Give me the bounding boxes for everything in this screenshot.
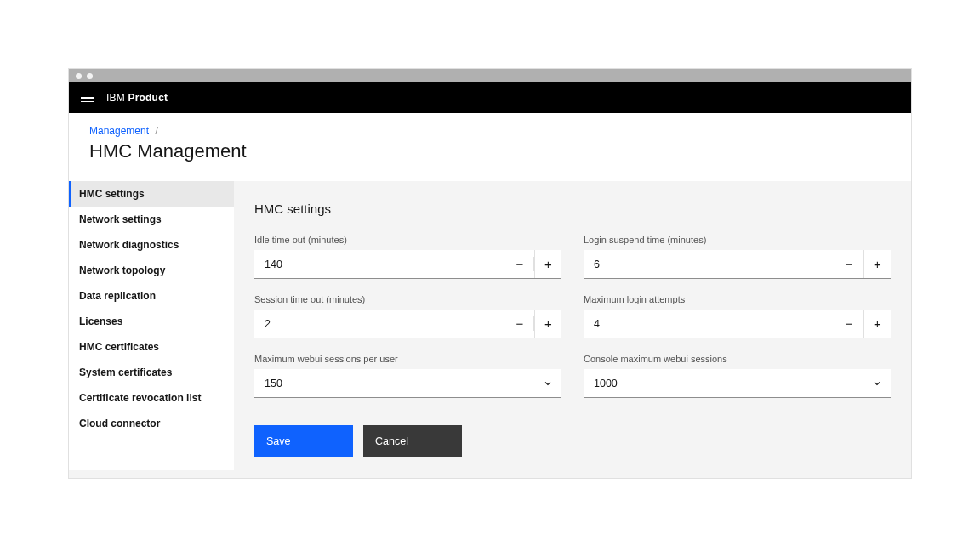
session-timeout-input[interactable]: [254, 310, 506, 338]
chevron-down-icon: [863, 369, 891, 397]
page-header: Management / HMC Management: [69, 113, 911, 181]
sidebar-item-cloud-connector[interactable]: Cloud connector: [69, 411, 234, 436]
sidebar-item-network-topology[interactable]: Network topology: [69, 258, 234, 283]
label-max-webui-user: Maximum webui sessions per user: [254, 354, 561, 364]
breadcrumb-separator: /: [155, 125, 157, 137]
field-session-timeout: Session time out (minutes) − +: [254, 294, 561, 338]
increment-button[interactable]: +: [863, 250, 891, 278]
sidebar: HMC settings Network settings Network di…: [69, 181, 234, 470]
chevron-down-icon: [534, 369, 561, 397]
window-titlebar: [69, 69, 911, 82]
brand: IBM Product: [106, 92, 168, 104]
form-actions: Save Cancel: [254, 425, 891, 457]
app-window: IBM Product Management / HMC Management …: [68, 68, 912, 479]
content: HMC settings Network settings Network di…: [69, 181, 911, 478]
field-console-max-webui: Console maximum webui sessions 1000: [584, 354, 891, 398]
sidebar-item-network-diagnostics[interactable]: Network diagnostics: [69, 232, 234, 258]
sidebar-item-network-settings[interactable]: Network settings: [69, 207, 234, 232]
decrement-button[interactable]: −: [506, 310, 533, 338]
label-idle-timeout: Idle time out (minutes): [254, 235, 561, 245]
breadcrumb-link-management[interactable]: Management: [89, 125, 149, 137]
panel-title: HMC settings: [254, 202, 891, 216]
idle-timeout-input[interactable]: [254, 250, 506, 278]
input-max-login-attempts: − +: [584, 310, 891, 338]
label-login-suspend: Login suspend time (minutes): [584, 235, 891, 245]
field-idle-timeout: Idle time out (minutes) − +: [254, 235, 561, 279]
input-session-timeout: − +: [254, 310, 561, 338]
increment-button[interactable]: +: [534, 310, 561, 338]
sidebar-item-data-replication[interactable]: Data replication: [69, 283, 234, 309]
menu-icon[interactable]: [81, 91, 94, 105]
max-login-attempts-input[interactable]: [584, 310, 835, 338]
label-console-max-webui: Console maximum webui sessions: [584, 354, 891, 364]
window-dot[interactable]: [76, 73, 82, 79]
decrement-button[interactable]: −: [835, 250, 863, 278]
field-max-login-attempts: Maximum login attempts − +: [584, 294, 891, 338]
label-session-timeout: Session time out (minutes): [254, 294, 561, 304]
form-grid: Idle time out (minutes) − + Login suspen…: [254, 235, 891, 398]
dropdown-value: 1000: [584, 369, 863, 397]
input-idle-timeout: − +: [254, 250, 561, 279]
sidebar-item-system-certificates[interactable]: System certificates: [69, 360, 234, 385]
increment-button[interactable]: +: [863, 310, 891, 338]
save-button[interactable]: Save: [254, 425, 353, 457]
increment-button[interactable]: +: [534, 250, 561, 278]
cancel-button[interactable]: Cancel: [363, 425, 462, 457]
page-title: HMC Management: [89, 140, 891, 162]
decrement-button[interactable]: −: [506, 250, 533, 278]
decrement-button[interactable]: −: [835, 310, 863, 338]
sidebar-item-licenses[interactable]: Licenses: [69, 309, 234, 334]
topbar: IBM Product: [69, 82, 911, 113]
input-login-suspend: − +: [584, 250, 891, 279]
sidebar-item-crl[interactable]: Certificate revocation list: [69, 385, 234, 411]
label-max-login-attempts: Maximum login attempts: [584, 294, 891, 304]
login-suspend-input[interactable]: [584, 250, 835, 278]
field-max-webui-user: Maximum webui sessions per user 150: [254, 354, 561, 398]
sidebar-item-hmc-settings[interactable]: HMC settings: [69, 181, 234, 207]
dropdown-value: 150: [254, 369, 534, 397]
dropdown-max-webui-user[interactable]: 150: [254, 369, 561, 398]
field-login-suspend: Login suspend time (minutes) − +: [584, 235, 891, 279]
window-dot[interactable]: [87, 73, 93, 79]
sidebar-item-hmc-certificates[interactable]: HMC certificates: [69, 334, 234, 360]
main-panel: HMC settings Idle time out (minutes) − +…: [234, 181, 911, 478]
dropdown-console-max-webui[interactable]: 1000: [584, 369, 891, 398]
breadcrumb: Management /: [89, 125, 891, 137]
